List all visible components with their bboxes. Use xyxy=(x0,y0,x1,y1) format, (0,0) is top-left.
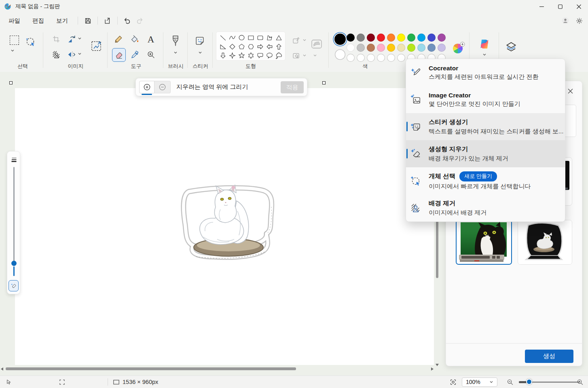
rotate-dropdown-chevron-icon[interactable] xyxy=(78,36,82,40)
color-swatch-empty[interactable] xyxy=(357,54,365,62)
share-icon[interactable] xyxy=(102,15,114,27)
color-swatch[interactable] xyxy=(427,34,436,42)
shape-rectangle-icon[interactable] xyxy=(246,33,256,42)
menu-edit[interactable]: 편집 xyxy=(26,14,50,27)
maximize-icon[interactable] xyxy=(551,0,569,13)
canvas-resize-handle-topcenter[interactable] xyxy=(322,81,326,84)
scroll-down-arrow-icon[interactable] xyxy=(436,364,439,366)
undo-icon[interactable] xyxy=(121,15,133,27)
brush-icon[interactable] xyxy=(169,34,182,48)
copilot-menu-item-스티커-생성기[interactable]: 스티커 생성기텍스트를 설명하여 재미있는 스티커를 생성해 보... xyxy=(406,113,565,140)
color-swatch[interactable] xyxy=(357,44,365,52)
color-swatch[interactable] xyxy=(387,44,395,52)
shape-up-arrow-icon[interactable] xyxy=(274,42,283,51)
sticker-thumbnail-4[interactable] xyxy=(518,220,572,265)
sticker-thumbnail-3[interactable] xyxy=(456,220,512,265)
eraser-icon[interactable] xyxy=(112,48,126,62)
background-remove-icon[interactable] xyxy=(51,49,61,60)
shape-rounded-speech-bubble-icon[interactable] xyxy=(256,51,265,60)
copilot-dropdown-chevron-icon[interactable] xyxy=(482,53,486,57)
color-swatch[interactable] xyxy=(438,34,446,42)
color-swatch[interactable] xyxy=(367,44,375,52)
shape-heart-icon[interactable] xyxy=(218,60,228,61)
minimize-icon[interactable] xyxy=(532,0,551,13)
zoom-slider-thumb[interactable] xyxy=(526,379,532,385)
shape-lightning-icon[interactable] xyxy=(228,60,237,61)
color-swatch[interactable] xyxy=(407,44,415,52)
shape-left-arrow-icon[interactable] xyxy=(265,42,274,51)
menu-view[interactable]: 보기 xyxy=(50,14,74,27)
account-icon[interactable] xyxy=(562,17,569,24)
shape-polygon-icon[interactable] xyxy=(265,33,274,42)
free-select-icon[interactable] xyxy=(25,36,36,48)
copilot-menu-item-개체-선택[interactable]: 개체 선택새로 만들기이미지에서 빠르게 개체를 선택합니다 xyxy=(406,167,565,194)
copilot-menu-item-생성형-지우기[interactable]: 생성형 지우기배경 채우기가 있는 개체 제거 xyxy=(406,140,565,167)
shape-right-triangle-icon[interactable] xyxy=(218,42,228,51)
color-swatch[interactable] xyxy=(397,34,405,42)
pencil-icon[interactable] xyxy=(113,34,124,44)
shape-right-arrow-icon[interactable] xyxy=(256,42,265,51)
shape-triangle-icon[interactable] xyxy=(274,33,283,42)
close-icon[interactable] xyxy=(564,85,576,97)
brush-dropdown-chevron-icon[interactable] xyxy=(173,51,178,55)
save-icon[interactable] xyxy=(82,15,94,27)
shape-pentagon-icon[interactable] xyxy=(237,42,246,51)
zoom-out-icon[interactable] xyxy=(507,376,514,388)
secondary-color-swatch[interactable] xyxy=(335,49,345,60)
sticker-icon[interactable] xyxy=(194,35,206,47)
color-swatch[interactable] xyxy=(377,44,385,52)
layers-icon[interactable] xyxy=(505,40,518,53)
close-icon[interactable] xyxy=(569,0,588,13)
scroll-left-arrow-icon[interactable] xyxy=(1,367,3,371)
color-swatch[interactable] xyxy=(387,34,395,42)
generate-button[interactable]: 생성 xyxy=(525,350,573,363)
shape-diamond-icon[interactable] xyxy=(228,42,237,51)
size-slider-track[interactable] xyxy=(13,167,15,261)
settings-gear-icon[interactable] xyxy=(575,17,583,25)
fill-icon[interactable] xyxy=(129,34,140,44)
color-swatch[interactable] xyxy=(347,34,355,42)
flip-icon[interactable] xyxy=(66,49,77,60)
copilot-menu-item-배경-제거[interactable]: 배경 제거이미지에서 배경 제거 xyxy=(406,194,565,221)
color-swatch[interactable] xyxy=(347,44,355,52)
zoom-in-icon[interactable] xyxy=(577,376,584,388)
copilot-menu-item-image-creator[interactable]: Image Creator몇 단어만으로 멋진 이미지 만들기 xyxy=(406,86,565,113)
copilot-icon[interactable] xyxy=(478,37,491,51)
color-swatch-empty[interactable] xyxy=(367,54,375,62)
shape-six-point-star-icon[interactable] xyxy=(246,51,256,60)
shape-down-arrow-icon[interactable] xyxy=(218,51,228,60)
color-swatch[interactable] xyxy=(377,34,385,42)
magnifier-icon[interactable] xyxy=(146,49,156,60)
color-wheel-icon[interactable] xyxy=(452,42,465,55)
shape-line-icon[interactable] xyxy=(218,33,228,42)
text-icon[interactable]: A xyxy=(146,34,156,44)
color-swatch[interactable] xyxy=(417,34,425,42)
shape-ellipse-icon[interactable] xyxy=(237,33,246,42)
canvas-resize-handle-topleft[interactable] xyxy=(9,81,13,84)
color-swatch[interactable] xyxy=(357,34,365,42)
shape-rounded-rectangle-icon[interactable] xyxy=(256,33,265,42)
generative-eraser-toggle[interactable] xyxy=(8,280,19,291)
rotate-icon[interactable] xyxy=(66,34,77,44)
select-dropdown-chevron-icon[interactable] xyxy=(11,48,15,53)
horizontal-scrollbar-thumb[interactable] xyxy=(6,367,296,370)
color-swatch-empty[interactable] xyxy=(377,54,385,62)
zoom-level-select[interactable]: 100% xyxy=(462,377,497,387)
size-slider-thumb[interactable] xyxy=(11,261,17,266)
shape-four-point-star-icon[interactable] xyxy=(228,51,237,60)
menu-file[interactable]: 파일 xyxy=(2,14,26,27)
color-swatch[interactable] xyxy=(438,44,446,52)
shape-five-point-star-icon[interactable] xyxy=(237,51,246,60)
eyedropper-icon[interactable] xyxy=(129,49,140,60)
shape-cloud-speech-bubble-icon[interactable] xyxy=(274,51,283,60)
color-swatch-empty[interactable] xyxy=(347,54,355,62)
resize-icon[interactable] xyxy=(90,40,103,53)
shape-curve-icon[interactable] xyxy=(228,33,237,42)
color-swatch[interactable] xyxy=(367,34,375,42)
color-swatch-empty[interactable] xyxy=(387,54,395,62)
primary-color-swatch[interactable] xyxy=(334,34,346,45)
shape-hexagon-icon[interactable] xyxy=(246,42,256,51)
fit-to-window-icon[interactable] xyxy=(450,376,457,388)
color-swatch[interactable] xyxy=(417,44,425,52)
scroll-right-arrow-icon[interactable] xyxy=(431,367,434,371)
